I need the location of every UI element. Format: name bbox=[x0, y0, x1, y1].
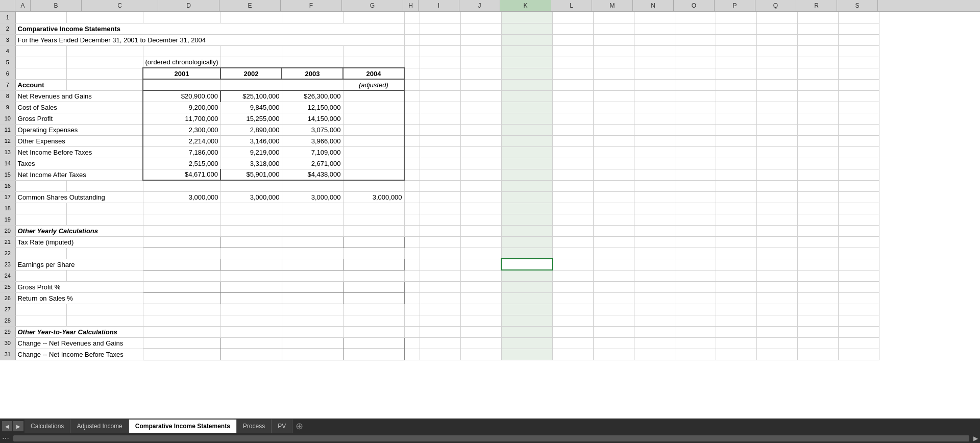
cell-r14[interactable] bbox=[797, 158, 838, 169]
cell-s2[interactable] bbox=[838, 23, 879, 34]
cell-r1[interactable] bbox=[797, 12, 838, 23]
cell-i21[interactable] bbox=[420, 236, 460, 248]
cell-n9[interactable] bbox=[634, 102, 675, 113]
cell-m24[interactable] bbox=[593, 270, 634, 281]
cell-n1[interactable] bbox=[634, 12, 675, 23]
cell-p24[interactable] bbox=[716, 270, 756, 281]
cell-m25[interactable] bbox=[593, 281, 634, 292]
cell-i12[interactable] bbox=[420, 135, 460, 146]
cell-f21[interactable] bbox=[282, 236, 343, 248]
cell-o7[interactable] bbox=[675, 79, 716, 90]
cell-n13[interactable] bbox=[634, 146, 675, 158]
cell-h26[interactable] bbox=[404, 292, 420, 304]
cell-h16[interactable] bbox=[404, 180, 420, 191]
cell-r17[interactable] bbox=[797, 191, 838, 203]
add-sheet-icon[interactable]: ⊕ bbox=[292, 421, 306, 432]
cell-q31[interactable] bbox=[756, 349, 797, 360]
cell-i20[interactable] bbox=[420, 225, 460, 236]
cell-r31[interactable] bbox=[797, 349, 838, 360]
cell-h17[interactable] bbox=[404, 191, 420, 203]
cell-p16[interactable] bbox=[716, 180, 756, 191]
cell-f1[interactable] bbox=[282, 12, 343, 23]
cell-r27[interactable] bbox=[797, 304, 838, 315]
cell-l2[interactable] bbox=[552, 23, 593, 34]
cell-o28[interactable] bbox=[675, 315, 716, 326]
cell-g22[interactable] bbox=[343, 248, 404, 259]
cell-o30[interactable] bbox=[675, 337, 716, 349]
cell-o31[interactable] bbox=[675, 349, 716, 360]
cell-p31[interactable] bbox=[716, 349, 756, 360]
cell-o21[interactable] bbox=[675, 236, 716, 248]
cell-m7[interactable] bbox=[593, 79, 634, 90]
cell-c18[interactable] bbox=[66, 203, 143, 214]
cell-g28[interactable] bbox=[343, 315, 404, 326]
cell-f27[interactable] bbox=[282, 304, 343, 315]
cell-r7[interactable] bbox=[797, 79, 838, 90]
cell-d26[interactable] bbox=[143, 292, 220, 304]
cell-n12[interactable] bbox=[634, 135, 675, 146]
options-icon[interactable]: ⋯ bbox=[0, 434, 11, 442]
cell-k17[interactable] bbox=[501, 191, 552, 203]
cell-c22[interactable] bbox=[66, 248, 143, 259]
cell-l6[interactable] bbox=[552, 68, 593, 79]
cell-i11[interactable] bbox=[420, 124, 460, 135]
cell-e26[interactable] bbox=[220, 292, 282, 304]
cell-i24[interactable] bbox=[420, 270, 460, 281]
cell-k31[interactable] bbox=[501, 349, 552, 360]
cell-p10[interactable] bbox=[716, 113, 756, 124]
cell-n23[interactable] bbox=[634, 259, 675, 270]
cell-g16[interactable] bbox=[343, 180, 404, 191]
cell-k11[interactable] bbox=[501, 124, 552, 135]
cell-p9[interactable] bbox=[716, 102, 756, 113]
cell-e30[interactable] bbox=[220, 337, 282, 349]
cell-o4[interactable] bbox=[675, 45, 716, 57]
cell-k20[interactable] bbox=[501, 225, 552, 236]
cell-h8[interactable] bbox=[404, 90, 420, 102]
cell-n11[interactable] bbox=[634, 124, 675, 135]
cell-r4[interactable] bbox=[797, 45, 838, 57]
main-grid[interactable]: 1 bbox=[0, 12, 980, 419]
cell-q4[interactable] bbox=[756, 45, 797, 57]
cell-m11[interactable] bbox=[593, 124, 634, 135]
cell-n25[interactable] bbox=[634, 281, 675, 292]
cell-m2[interactable] bbox=[593, 23, 634, 34]
cell-r19[interactable] bbox=[797, 214, 838, 225]
cell-m27[interactable] bbox=[593, 304, 634, 315]
cell-j10[interactable] bbox=[460, 113, 501, 124]
cell-p5[interactable] bbox=[716, 57, 756, 68]
cell-h15[interactable] bbox=[404, 169, 420, 180]
cell-m8[interactable] bbox=[593, 90, 634, 102]
cell-f18[interactable] bbox=[282, 203, 343, 214]
cell-p17[interactable] bbox=[716, 191, 756, 203]
cell-p29[interactable] bbox=[716, 326, 756, 337]
tab-pv[interactable]: PV bbox=[272, 420, 292, 433]
cell-n7[interactable] bbox=[634, 79, 675, 90]
cell-l9[interactable] bbox=[552, 102, 593, 113]
cell-m4[interactable] bbox=[593, 45, 634, 57]
cell-h4[interactable] bbox=[404, 45, 420, 57]
cell-c27[interactable] bbox=[66, 304, 143, 315]
cell-k8[interactable] bbox=[501, 90, 552, 102]
scroll-right-icon[interactable]: ▶ bbox=[971, 435, 980, 442]
cell-o16[interactable] bbox=[675, 180, 716, 191]
cell-d23[interactable] bbox=[143, 259, 220, 270]
cell-r6[interactable] bbox=[797, 68, 838, 79]
cell-s20[interactable] bbox=[838, 225, 879, 236]
cell-e29[interactable] bbox=[220, 326, 282, 337]
cell-i18[interactable] bbox=[420, 203, 460, 214]
cell-o24[interactable] bbox=[675, 270, 716, 281]
cell-s29[interactable] bbox=[838, 326, 879, 337]
cell-k24[interactable] bbox=[501, 270, 552, 281]
cell-b16[interactable] bbox=[15, 180, 66, 191]
cell-h13[interactable] bbox=[404, 146, 420, 158]
cell-n29[interactable] bbox=[634, 326, 675, 337]
cell-e18[interactable] bbox=[220, 203, 282, 214]
cell-s27[interactable] bbox=[838, 304, 879, 315]
cell-l15[interactable] bbox=[552, 169, 593, 180]
cell-e21[interactable] bbox=[220, 236, 282, 248]
cell-q10[interactable] bbox=[756, 113, 797, 124]
cell-h14[interactable] bbox=[404, 158, 420, 169]
cell-n28[interactable] bbox=[634, 315, 675, 326]
cell-h12[interactable] bbox=[404, 135, 420, 146]
cell-l24[interactable] bbox=[552, 270, 593, 281]
